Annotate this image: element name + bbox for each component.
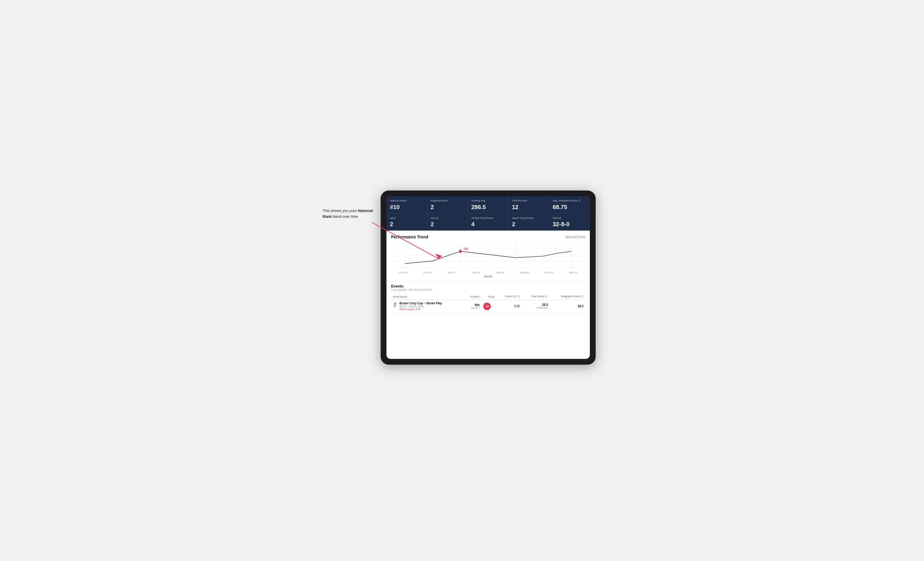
stat-record-label: Record	[553, 217, 586, 220]
col-position: Position	[464, 293, 482, 300]
event-position-sub: out of 7	[465, 307, 480, 310]
stat-regional-rank: Regional Rank 2	[427, 196, 468, 214]
stat-national-rank: National Rank #10	[387, 196, 427, 214]
x-label-nov23: NOV 23	[416, 271, 440, 274]
stats-row-1: National Rank #10 Regional Rank 2 Scorin…	[387, 196, 590, 214]
scene: This shows you your National Rank trend …	[322, 190, 602, 371]
trend-marker	[459, 250, 462, 253]
performance-trend-header: Performance Trend National Rank	[391, 235, 585, 239]
event-score: -22	[482, 300, 496, 313]
performance-trend-chart: #10	[391, 242, 585, 271]
event-weighted-points: 28.3	[549, 300, 585, 313]
marker-label: #10	[464, 248, 468, 251]
event-name-cell: 🏌 Buster Cozy Cup – Stroke Play Oct 9 – …	[391, 300, 464, 313]
stat-regional-rank-value: 2	[430, 204, 464, 211]
stat-total-rounds-value: 12	[512, 204, 545, 211]
col-event-name: Event Name	[391, 293, 464, 300]
stat-top3s-label: Top 3s	[430, 217, 464, 220]
stat-avg-weighted-points: Avg. Weighted Points ⓘ 68.75	[549, 196, 590, 214]
stat-wins-label: Wins	[390, 217, 423, 220]
table-row: 🏌 Buster Cozy Cup – Stroke Play Oct 9 – …	[391, 300, 585, 313]
stat-record: Record 32-8-0	[549, 214, 590, 231]
x-label-jan24: JAN 24	[464, 271, 489, 274]
stat-match-play-events-label: Match Play Events	[512, 217, 545, 220]
stat-wins-value: 2	[390, 221, 423, 227]
event-name-details: Buster Cozy Cup – Stroke Play Oct 9 – Oc…	[399, 302, 442, 311]
col-total-points: Total Points ⓘ	[522, 293, 550, 300]
event-total-points: 28.3 3 Rounds	[522, 300, 550, 313]
event-weighted-points-value: 28.3	[578, 305, 584, 308]
x-label-mar24: MAR 24	[513, 271, 537, 274]
events-title: Events	[391, 284, 585, 288]
performance-trend-section: Performance Trend National Rank	[387, 230, 590, 281]
stat-national-rank-value: #10	[390, 204, 423, 211]
stat-top3s-value: 2	[430, 221, 464, 227]
event-position-value: 6th	[465, 303, 480, 307]
events-section: Events Last updated: 24th November 2023 …	[387, 281, 590, 316]
event-name-text: Buster Cozy Cup – Stroke Play	[399, 302, 442, 305]
stat-scoring-avg: Scoring Avg. 286.5	[468, 196, 508, 214]
stat-top3s: Top 3s 2	[427, 214, 468, 231]
x-label-may24: MAY 24	[561, 271, 585, 274]
stat-record-value: 32-8-0	[553, 221, 586, 227]
x-label-dec23: DEC 23	[440, 271, 464, 274]
event-golf-icon: 🏌	[393, 302, 398, 307]
chart-x-labels: OCT 23 NOV 23 DEC 23 JAN 24 FEB 24 MAR 2…	[391, 271, 585, 274]
annotation-text-after: trend over time	[332, 214, 358, 218]
stat-avg-weighted-points-label: Avg. Weighted Points ⓘ	[553, 199, 586, 203]
performance-trend-label-right: National Rank	[565, 235, 585, 239]
event-score-badge: -22	[483, 302, 491, 310]
stat-scoring-avg-label: Scoring Avg.	[471, 199, 505, 203]
annotation: This shows you your National Rank trend …	[322, 208, 375, 219]
x-label-oct23: OCT 23	[391, 271, 416, 274]
stat-total-rounds: Total Rounds 12	[508, 196, 549, 214]
event-name-inner: 🏌 Buster Cozy Cup – Stroke Play Oct 9 – …	[393, 302, 462, 311]
stat-national-rank-label: National Rank	[390, 199, 423, 203]
stat-match-play-events-value: 2	[512, 221, 545, 227]
col-event-sg: Event SG ⓘ	[496, 293, 522, 300]
stat-stroke-play-events: Stroke Play Events 4	[468, 214, 508, 231]
stat-wins: Wins 2	[387, 214, 427, 231]
stat-avg-weighted-points-value: 68.75	[553, 204, 586, 211]
annotation-text-before: This shows you your	[322, 208, 358, 213]
event-total-points-value: 28.3	[523, 303, 548, 306]
stat-stroke-play-events-value: 4	[471, 221, 505, 227]
stat-total-rounds-label: Total Rounds	[512, 199, 545, 203]
stat-stroke-play-events-label: Stroke Play Events	[471, 217, 505, 220]
event-rank-impact: Rank Impact: 3 ▼	[399, 308, 442, 311]
tablet-screen: National Rank #10 Regional Rank 2 Scorin…	[387, 196, 590, 359]
event-position: 6th out of 7	[464, 300, 482, 313]
chart-svg: #10	[391, 242, 585, 271]
performance-trend-title: Performance Trend	[391, 235, 428, 239]
events-last-updated: Last updated: 24th November 2023	[391, 288, 585, 291]
col-weighted-points: Weighted Points ⓘ	[549, 293, 585, 300]
events-table-header-row: Event Name Position Score Event SG ⓘ Tot…	[391, 293, 585, 300]
event-date-text: Oct 9 – Oct 10, 2023	[399, 305, 442, 308]
stats-row-2: Wins 2 Top 3s 2 Stroke Play Events 4 Mat…	[387, 214, 590, 231]
stat-scoring-avg-value: 286.5	[471, 204, 505, 211]
event-sg: 0.45	[496, 300, 522, 313]
stat-match-play-events: Match Play Events 2	[508, 214, 549, 231]
col-score: Score	[482, 293, 496, 300]
events-table: Event Name Position Score Event SG ⓘ Tot…	[391, 293, 585, 313]
event-total-points-sub: 3 Rounds	[523, 306, 548, 309]
x-label-apr24: APR 24	[537, 271, 561, 274]
stat-regional-rank-label: Regional Rank	[430, 199, 464, 203]
tablet-device: National Rank #10 Regional Rank 2 Scorin…	[381, 190, 596, 365]
chart-x-axis-title: Months	[391, 275, 585, 278]
x-label-feb24: FEB 24	[488, 271, 513, 274]
